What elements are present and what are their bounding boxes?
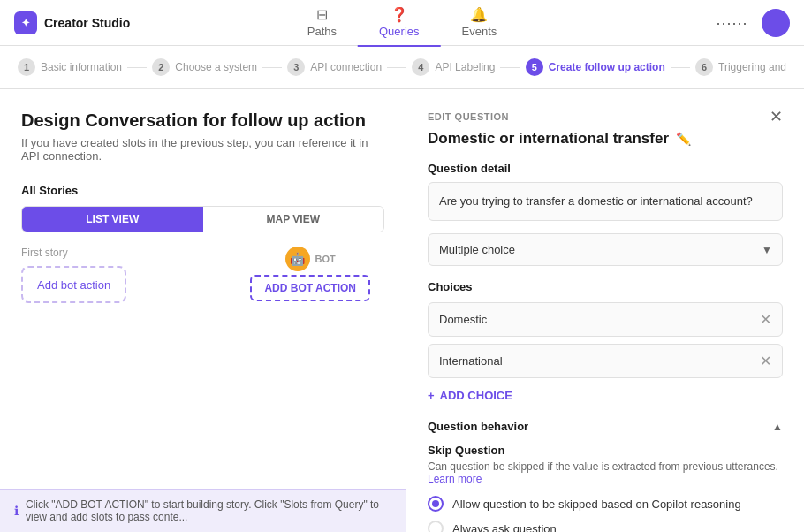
choice-row-domestic: ✕: [428, 302, 783, 337]
question-behavior: Question behavior ▲ Skip Question Can qu…: [428, 420, 783, 532]
step-2-number: 2: [152, 58, 170, 76]
chevron-up-icon: ▲: [772, 421, 783, 433]
radio-option-always[interactable]: Always ask question: [428, 521, 783, 532]
choice-input-international[interactable]: [429, 345, 749, 377]
step-4[interactable]: 4 API Labeling: [412, 58, 495, 76]
step-6[interactable]: 6 Triggering and: [695, 58, 786, 76]
step-sep-2: [262, 67, 282, 68]
view-toggle: LIST VIEW MAP VIEW: [21, 206, 384, 232]
app-logo: ✦ Creator Studio: [0, 11, 159, 34]
behavior-header[interactable]: Question behavior ▲: [428, 420, 783, 433]
bot-node: 🤖 BOT ADD BOT ACTION: [250, 247, 370, 301]
edit-title-icon[interactable]: ✏️: [676, 132, 691, 146]
radio-label-copilot: Allow question to be skipped based on Co…: [452, 498, 741, 511]
radio-label-always: Always ask question: [452, 522, 557, 532]
map-view-btn[interactable]: MAP VIEW: [203, 207, 384, 232]
stepper: 1 Basic information 2 Choose a system 3 …: [0, 46, 804, 89]
paths-icon: ⊟: [316, 6, 328, 23]
step-1[interactable]: 1 Basic information: [18, 58, 122, 76]
tab-events[interactable]: 🔔 Events: [441, 0, 519, 47]
step-2[interactable]: 2 Choose a system: [152, 58, 257, 76]
left-panel-header: Design Conversation for follow up action…: [0, 89, 406, 170]
grid-icon[interactable]: ⋯⋯: [716, 13, 747, 33]
logo-icon: ✦: [14, 11, 37, 34]
nav-tabs: ⊟ Paths ❓ Queries 🔔 Events: [286, 0, 519, 47]
step-2-label: Choose a system: [175, 61, 257, 73]
choices-label: Choices: [428, 280, 783, 293]
bottom-bar-text: Click "ADD BOT ACTION" to start building…: [26, 498, 391, 523]
step-3[interactable]: 3 API connection: [287, 58, 382, 76]
right-panel-inner: EDIT QUESTION ✕ Domestic or internationa…: [428, 107, 783, 532]
add-bot-action-box[interactable]: Add bot action: [21, 266, 126, 303]
top-navigation: ✦ Creator Studio ⊟ Paths ❓ Queries 🔔 Eve…: [0, 0, 804, 46]
learn-more-link[interactable]: Learn more: [428, 473, 482, 485]
step-3-number: 3: [287, 58, 305, 76]
step-5-number: 5: [526, 58, 543, 76]
bot-label-text: BOT: [315, 254, 336, 264]
stories-label: All Stories: [0, 170, 406, 206]
step-3-label: API connection: [310, 61, 382, 73]
skip-question-title: Skip Question: [428, 444, 783, 457]
remove-choice-domestic[interactable]: ✕: [749, 304, 782, 335]
step-5[interactable]: 5 Create follow up action: [526, 58, 665, 76]
question-detail-label: Question detail: [428, 162, 783, 175]
question-type-wrapper: Multiple choice Single choice Free text …: [428, 233, 783, 266]
nav-right-actions: ⋯⋯: [716, 9, 804, 37]
bot-label-area: 🤖 BOT: [285, 247, 336, 271]
question-type-select[interactable]: Multiple choice Single choice Free text …: [428, 233, 783, 266]
tab-paths-label: Paths: [307, 25, 337, 38]
add-bot-action-button[interactable]: ADD BOT ACTION: [250, 275, 370, 301]
bottom-info-bar: ℹ Click "ADD BOT ACTION" to start buildi…: [0, 489, 406, 532]
left-panel-subtitle: If you have created slots in the previou…: [21, 136, 384, 163]
add-choice-button[interactable]: + ADD CHOICE: [428, 385, 783, 406]
tab-queries[interactable]: ❓ Queries: [358, 0, 441, 47]
tab-events-label: Events: [462, 25, 497, 38]
step-4-number: 4: [412, 58, 429, 76]
question-detail-box: Are you trying to transfer a domestic or…: [428, 182, 783, 221]
radio-option-copilot[interactable]: Allow question to be skipped based on Co…: [428, 496, 783, 512]
app-name: Creator Studio: [44, 16, 130, 30]
step-4-label: API Labeling: [435, 61, 495, 73]
left-panel-title: Design Conversation for follow up action: [21, 110, 384, 131]
avatar[interactable]: [762, 9, 790, 37]
step-sep-5: [671, 67, 690, 68]
close-button[interactable]: ✕: [770, 107, 783, 126]
edit-question-label: EDIT QUESTION: [428, 111, 509, 122]
step-sep-4: [500, 67, 520, 68]
events-icon: 🔔: [470, 6, 488, 23]
question-title: Domestic or international transfer ✏️: [428, 130, 783, 148]
step-sep-1: [127, 67, 147, 68]
left-panel: Design Conversation for follow up action…: [0, 89, 406, 532]
remove-choice-international[interactable]: ✕: [749, 346, 782, 376]
bot-icon: 🤖: [285, 247, 310, 271]
radio-circle-always: [428, 521, 444, 532]
info-icon: ℹ: [14, 504, 19, 518]
add-choice-label: ADD CHOICE: [440, 389, 512, 402]
queries-icon: ❓: [391, 6, 408, 23]
choice-input-domestic[interactable]: [429, 303, 749, 336]
skip-question-desc: Can question be skipped if the value is …: [428, 460, 783, 485]
right-panel: EDIT QUESTION ✕ Domestic or internationa…: [406, 89, 804, 532]
step-sep-3: [387, 67, 406, 68]
skip-desc-text: Can question be skipped if the value is …: [428, 460, 778, 473]
step-1-number: 1: [18, 58, 35, 76]
step-5-label: Create follow up action: [549, 61, 665, 73]
main-content: Design Conversation for follow up action…: [0, 89, 804, 532]
tab-queries-label: Queries: [379, 25, 420, 38]
radio-group: Allow question to be skipped based on Co…: [428, 496, 783, 532]
right-panel-header: EDIT QUESTION ✕: [428, 107, 783, 126]
list-view-btn[interactable]: LIST VIEW: [22, 207, 203, 232]
question-title-text: Domestic or international transfer: [428, 130, 669, 148]
choice-row-international: ✕: [428, 344, 783, 378]
step-6-label: Triggering and: [718, 61, 786, 73]
tab-paths[interactable]: ⊟ Paths: [286, 0, 358, 47]
behavior-title: Question behavior: [428, 420, 528, 433]
plus-icon: +: [428, 389, 435, 402]
step-6-number: 6: [695, 58, 713, 76]
radio-circle-copilot: [428, 496, 444, 512]
add-bot-action-text: Add bot action: [37, 278, 110, 292]
step-1-label: Basic information: [41, 61, 122, 73]
